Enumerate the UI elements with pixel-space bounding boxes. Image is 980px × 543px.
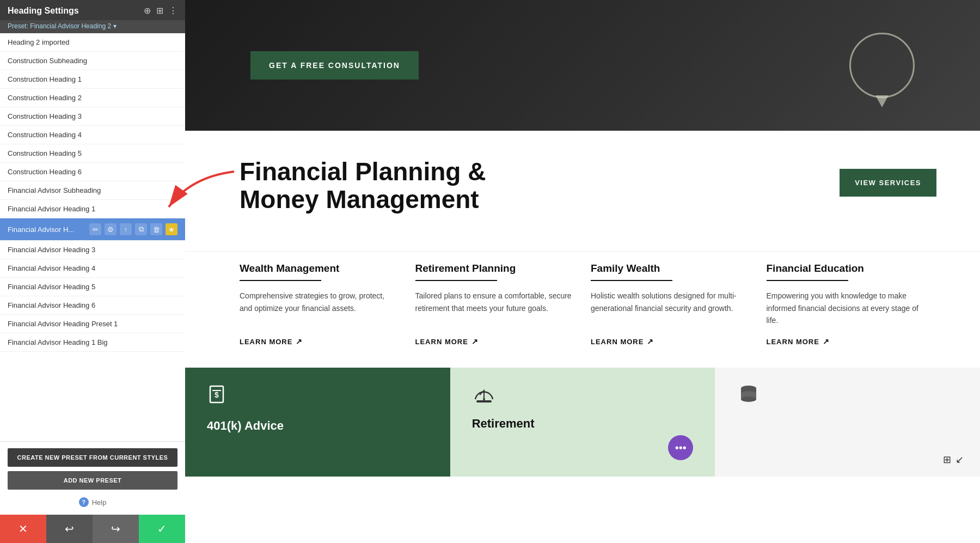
preset-item-label: Construction Heading 6 bbox=[8, 168, 177, 176]
svg-point-9 bbox=[741, 396, 756, 402]
chat-bubble[interactable]: ••• bbox=[668, 435, 693, 460]
service-title-3: Financial Education bbox=[767, 263, 926, 274]
preset-item-financial-advisor-heading-5[interactable]: Financial Advisor Heading 5 bbox=[0, 278, 185, 296]
learn-more-0[interactable]: LEARN MORE↗ bbox=[240, 337, 399, 346]
preset-item-financial-advisor-heading-6[interactable]: Financial Advisor Heading 6 bbox=[0, 296, 185, 315]
service-divider-3 bbox=[767, 280, 848, 281]
confirm-button[interactable]: ✓ bbox=[139, 515, 185, 543]
panel-title: Heading Settings bbox=[8, 6, 79, 16]
copy-icon[interactable]: ⧉ bbox=[135, 223, 147, 235]
preset-item-label: Financial Advisor Subheading bbox=[8, 186, 177, 194]
layout-icon[interactable]: ⊞ bbox=[156, 5, 163, 16]
learn-more-arrow: ↗ bbox=[823, 337, 830, 346]
svg-rect-4 bbox=[476, 400, 492, 402]
more-icon[interactable]: ⋮ bbox=[169, 5, 177, 16]
panel-header: Heading Settings ⊕ ⊞ ⋮ bbox=[0, 0, 185, 20]
preset-item-label: Financial Advisor Heading 6 bbox=[8, 301, 177, 309]
preset-item-construction-heading-2[interactable]: Construction Heading 2 bbox=[0, 89, 185, 107]
svg-text:$: $ bbox=[215, 391, 219, 399]
preset-item-construction-subheading[interactable]: Construction Subheading bbox=[0, 52, 185, 70]
preset-item-label: Financial Advisor H... bbox=[8, 225, 86, 234]
learn-more-text: LEARN MORE bbox=[767, 338, 819, 346]
learn-more-1[interactable]: LEARN MORE↗ bbox=[415, 337, 575, 346]
preset-item-financial-advisor-heading-2[interactable]: Financial Advisor H...✏⚙↑⧉🗑★ bbox=[0, 218, 185, 241]
service-title-1: Retirement Planning bbox=[415, 263, 575, 274]
preset-item-heading2imported[interactable]: Heading 2 imported bbox=[0, 33, 185, 52]
help-row[interactable]: ? Help bbox=[8, 494, 177, 508]
preset-item-financial-advisor-heading-3[interactable]: Financial Advisor Heading 3 bbox=[0, 241, 185, 259]
main-content: Financial Planning & Money Management VI… bbox=[185, 131, 980, 543]
service-card-1: Retirement PlanningTailored plans to ens… bbox=[415, 263, 575, 346]
cards-row: $ 401(k) Advice Retirement bbox=[185, 368, 980, 477]
learn-more-arrow: ↗ bbox=[296, 337, 303, 346]
card-401k: $ 401(k) Advice bbox=[185, 368, 450, 477]
chat-icon: ••• bbox=[675, 442, 687, 454]
preset-item-financial-advisor-heading-4[interactable]: Financial Advisor Heading 4 bbox=[0, 259, 185, 278]
settings-icon[interactable]: ⚙ bbox=[105, 223, 117, 235]
preset-item-label: Financial Advisor Heading 4 bbox=[8, 264, 177, 272]
planning-title-line2: Money Management bbox=[240, 185, 479, 213]
service-card-0: Wealth ManagementComprehensive strategie… bbox=[240, 263, 399, 346]
planning-title: Financial Planning & Money Management bbox=[240, 158, 818, 213]
upload-icon[interactable]: ↑ bbox=[120, 223, 132, 235]
preset-item-financial-advisor-heading-1[interactable]: Financial Advisor Heading 1 bbox=[0, 200, 185, 218]
service-card-3: Financial EducationEmpowering you with k… bbox=[767, 263, 926, 346]
help-icon: ? bbox=[79, 497, 89, 507]
preset-list: Heading 2 importedConstruction Subheadin… bbox=[0, 33, 185, 441]
consultation-button[interactable]: GET A FREE CONSULTATION bbox=[250, 51, 419, 80]
preset-item-construction-heading-3[interactable]: Construction Heading 3 bbox=[0, 107, 185, 126]
service-desc-1: Tailored plans to ensure a comfortable, … bbox=[415, 290, 575, 326]
preset-item-financial-advisor-heading-1-big[interactable]: Financial Advisor Heading 1 Big bbox=[0, 333, 185, 352]
preset-item-label: Construction Subheading bbox=[8, 57, 177, 65]
delete-icon[interactable]: 🗑 bbox=[150, 223, 162, 235]
preset-item-label: Heading 2 imported bbox=[8, 38, 177, 46]
card-savings: ⊞ ↙ bbox=[715, 368, 980, 477]
service-desc-3: Empowering you with knowledge to make in… bbox=[767, 290, 926, 326]
preset-item-construction-heading-4[interactable]: Construction Heading 4 bbox=[0, 126, 185, 144]
service-divider-0 bbox=[240, 280, 321, 281]
panel-header-icons: ⊕ ⊞ ⋮ bbox=[144, 5, 177, 16]
redo-button[interactable]: ↪ bbox=[93, 515, 139, 543]
preset-item-construction-heading-1[interactable]: Construction Heading 1 bbox=[0, 70, 185, 89]
preset-item-financial-advisor-heading-preset-1[interactable]: Financial Advisor Heading Preset 1 bbox=[0, 315, 185, 333]
bottom-icon-2: ↙ bbox=[955, 454, 964, 466]
preset-item-label: Financial Advisor Heading 1 Big bbox=[8, 338, 177, 346]
preset-item-label: Construction Heading 5 bbox=[8, 149, 177, 157]
service-divider-2 bbox=[591, 280, 672, 281]
hero-section: GET A FREE CONSULTATION bbox=[185, 0, 980, 131]
preset-bar-label: Preset: Financial Advisor Heading 2 bbox=[8, 22, 111, 30]
star-icon[interactable]: ★ bbox=[166, 223, 177, 235]
card-retirement-title: Retirement bbox=[472, 417, 535, 431]
preset-bar[interactable]: Preset: Financial Advisor Heading 2 ▾ bbox=[0, 20, 185, 33]
card-401k-icon: $ bbox=[207, 384, 229, 410]
card-retirement: Retirement ••• bbox=[450, 368, 715, 477]
focus-icon[interactable]: ⊕ bbox=[144, 5, 151, 16]
planning-section: Financial Planning & Money Management VI… bbox=[185, 131, 980, 252]
learn-more-3[interactable]: LEARN MORE↗ bbox=[767, 337, 926, 346]
service-title-0: Wealth Management bbox=[240, 263, 399, 274]
service-title-2: Family Wealth bbox=[591, 263, 750, 274]
service-divider-1 bbox=[415, 280, 497, 281]
add-preset-button[interactable]: ADD NEW PRESET bbox=[8, 471, 177, 490]
edit-icon[interactable]: ✏ bbox=[89, 223, 101, 235]
undo-button[interactable]: ↩ bbox=[46, 515, 93, 543]
service-desc-0: Comprehensive strategies to grow, protec… bbox=[240, 290, 399, 326]
bottom-icon-1: ⊞ bbox=[943, 454, 951, 466]
preset-item-label: Financial Advisor Heading Preset 1 bbox=[8, 320, 177, 328]
card-401k-title: 401(k) Advice bbox=[207, 419, 284, 433]
preset-item-construction-heading-5[interactable]: Construction Heading 5 bbox=[0, 144, 185, 163]
bottom-bar: ✕ ↩ ↪ ✓ bbox=[0, 515, 185, 543]
learn-more-2[interactable]: LEARN MORE↗ bbox=[591, 337, 750, 346]
view-services-button[interactable]: VIEW SERVICES bbox=[840, 169, 936, 197]
create-preset-button[interactable]: CREATE NEW PRESET FROM CURRENT STYLES bbox=[8, 448, 177, 467]
preset-item-label: Financial Advisor Heading 3 bbox=[8, 246, 177, 254]
service-desc-2: Holistic wealth solutions designed for m… bbox=[591, 290, 750, 326]
preset-item-financial-advisor-subheading[interactable]: Financial Advisor Subheading bbox=[0, 181, 185, 200]
help-label: Help bbox=[92, 498, 107, 507]
panel-footer: CREATE NEW PRESET FROM CURRENT STYLES AD… bbox=[0, 441, 185, 515]
cancel-button[interactable]: ✕ bbox=[0, 515, 46, 543]
card-retirement-icon bbox=[472, 384, 496, 408]
preset-item-construction-heading-6[interactable]: Construction Heading 6 bbox=[0, 163, 185, 181]
planning-title-line1: Financial Planning & bbox=[240, 157, 486, 186]
hero-circle-decoration bbox=[849, 33, 915, 98]
